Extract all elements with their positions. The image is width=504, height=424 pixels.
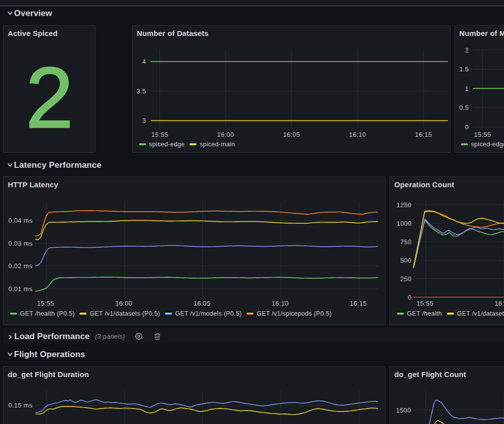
svg-text:1000: 1000: [396, 220, 412, 227]
svg-text:1250: 1250: [396, 201, 412, 209]
svg-text:0: 0: [465, 123, 469, 131]
svg-text:0.15 ms: 0.15 ms: [8, 402, 33, 409]
svg-text:16:10: 16:10: [349, 131, 366, 138]
svg-text:16:00: 16:00: [494, 300, 504, 307]
svg-text:0.01 ms: 0.01 ms: [8, 285, 33, 293]
svg-text:16:05: 16:05: [194, 300, 210, 307]
svg-text:1500: 1500: [396, 407, 411, 414]
svg-text:15:55: 15:55: [416, 300, 434, 307]
svg-text:750: 750: [400, 238, 412, 246]
svg-text:1.5: 1.5: [460, 65, 469, 73]
svg-text:0.03 ms: 0.03 ms: [8, 240, 33, 247]
svg-text:0.5: 0.5: [460, 104, 469, 111]
svg-text:16:15: 16:15: [350, 300, 366, 307]
svg-text:15:55: 15:55: [37, 300, 54, 307]
svg-text:3: 3: [142, 117, 146, 124]
svg-text:0.04 ms: 0.04 ms: [8, 217, 33, 224]
svg-text:1: 1: [465, 85, 469, 92]
svg-text:4: 4: [142, 58, 146, 65]
svg-text:16:00: 16:00: [217, 131, 234, 138]
svg-text:250: 250: [400, 275, 412, 283]
svg-text:16:00: 16:00: [116, 300, 132, 307]
svg-text:2: 2: [465, 46, 469, 54]
svg-text:0: 0: [408, 294, 412, 301]
svg-text:500: 500: [400, 257, 412, 264]
svg-text:16:10: 16:10: [272, 300, 288, 307]
svg-text:15:55: 15:55: [474, 131, 491, 138]
svg-text:16:05: 16:05: [283, 131, 300, 138]
svg-text:3.5: 3.5: [136, 87, 146, 95]
svg-text:0.02 ms: 0.02 ms: [8, 262, 33, 270]
svg-text:16:15: 16:15: [415, 131, 432, 138]
svg-text:15:55: 15:55: [151, 131, 168, 138]
